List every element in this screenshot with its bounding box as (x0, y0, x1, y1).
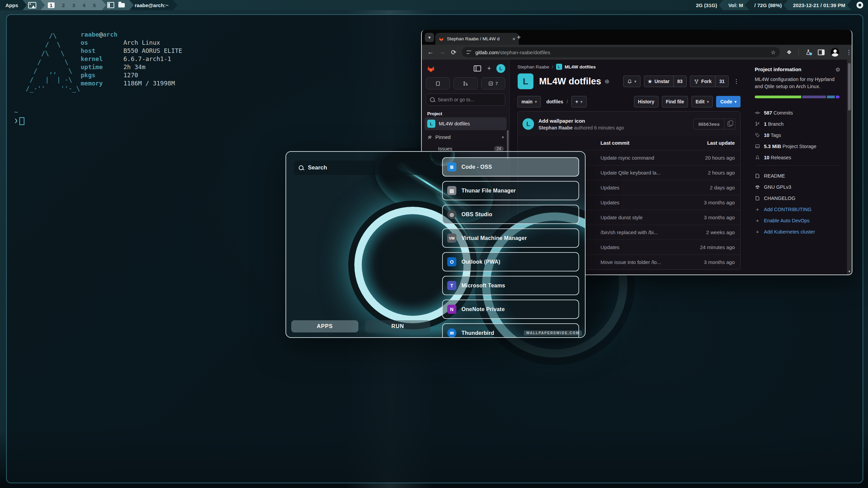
layout-buttons[interactable] (102, 0, 134, 10)
stat-storage[interactable]: 5.3 MiB Project Storage (755, 141, 840, 152)
back-icon[interactable]: ← (427, 48, 434, 56)
history-button[interactable]: History (634, 96, 658, 107)
forward-icon[interactable]: → (439, 48, 446, 56)
new-tab-button[interactable]: + (517, 33, 521, 41)
sidebar-todos-button[interactable]: 7 (481, 77, 505, 89)
browser-tab[interactable]: Stephan Raabe / ML4W d × (435, 33, 519, 45)
fork-icon (694, 79, 699, 84)
browser-menu-kebab-icon[interactable]: ⋮ (846, 49, 852, 56)
branch-selector[interactable]: main ▾ (517, 96, 541, 107)
create-new-icon[interactable]: + (487, 65, 491, 72)
stat-commits[interactable]: 587 Commits (755, 107, 840, 118)
find-file-button[interactable]: Find file (662, 96, 688, 107)
sidebar-merge-requests-button[interactable] (453, 77, 477, 89)
network-status[interactable]: 2G (31G) (686, 0, 723, 10)
gitlab-search-input[interactable]: Search or go to... (426, 94, 505, 106)
stat-branches[interactable]: 1 Branch (755, 118, 840, 129)
site-info-icon[interactable] (467, 50, 471, 54)
page-scrollbar[interactable]: ▾ (847, 60, 852, 274)
image-icon (28, 2, 36, 8)
gitlab-favicon (439, 37, 444, 41)
tag-icon (755, 133, 760, 138)
pinned-label: Pinned (435, 135, 451, 140)
unstar-button[interactable]: ★ Unstar 83 (644, 76, 687, 87)
issues-label: Issues (438, 146, 452, 151)
page-title: ML4W dotfiles (539, 76, 601, 87)
chevron-down-icon: ▾ (707, 100, 709, 104)
fork-button[interactable]: Fork 31 (690, 76, 729, 87)
workspace-5[interactable]: 5 (93, 2, 96, 8)
copy-sha-button[interactable] (724, 119, 735, 129)
fetch-row-host: hostB550 AORUS ELITE (81, 47, 182, 55)
branch-icon (755, 121, 760, 126)
language-segment (827, 96, 835, 98)
merge-request-icon (463, 81, 468, 86)
scrollbar-thumb[interactable] (848, 63, 851, 110)
launcher-item-code-oss[interactable]: ≣ Code - OSS (442, 157, 579, 177)
sidebar-item-pinned[interactable]: Pinned ▾ (425, 131, 507, 143)
power-button[interactable] (847, 0, 868, 10)
fork-count[interactable]: 31 (715, 76, 725, 87)
stat-releases[interactable]: 10 Releases (755, 152, 840, 163)
side-panel-icon[interactable] (818, 49, 825, 55)
user-project-avatar[interactable]: L (496, 64, 505, 73)
disk-status[interactable]: / 72G (88%) (745, 0, 788, 10)
language-bar[interactable] (755, 96, 840, 98)
breadcrumb-owner[interactable]: Stephan Raabe (517, 64, 549, 69)
tab-title: Stephan Raabe / ML4W d (447, 36, 509, 41)
last-commit-card[interactable]: L Add wallpaper icon Stephan Raabe autho… (517, 111, 741, 137)
launcher-tab-apps[interactable]: APPS (291, 320, 358, 332)
volume-status[interactable]: Vol: M (719, 0, 749, 10)
apps-menu-button[interactable]: Apps (0, 0, 27, 10)
workspace-2[interactable]: 2 (62, 2, 65, 8)
workspace-1[interactable]: 1 (48, 2, 55, 8)
sidebar-toggle-icon[interactable] (474, 65, 481, 72)
changelog-link[interactable]: CHANGELOG (755, 192, 840, 204)
reload-icon[interactable]: ⟳ (451, 48, 456, 56)
launcher-item-obs-studio[interactable]: ◎ OBS Studio (442, 205, 579, 224)
launcher-tab-run[interactable]: RUN (365, 320, 430, 332)
breadcrumb-project[interactable]: ML4W dotfiles (565, 64, 596, 69)
workspace-4[interactable]: 4 (83, 2, 85, 8)
sidebar-issues-button[interactable] (426, 77, 450, 89)
add-file-button[interactable]: + ▾ (571, 96, 587, 107)
enable-auto-devops-link[interactable]: + Enable Auto DevOps (755, 215, 840, 226)
launcher-item-virtual-machine-manager[interactable]: VM Virtual Machine Manager (442, 228, 579, 248)
license-link[interactable]: GNU GPLv3 (755, 181, 840, 192)
workspace-switcher[interactable]: 1 2 3 4 5 (41, 0, 106, 10)
launcher-search-input[interactable]: Search (294, 161, 441, 175)
project-menu-kebab-icon[interactable]: ⋮ (732, 78, 741, 85)
stat-tags[interactable]: 10 Tags (755, 129, 840, 141)
scrollbar-down-arrow[interactable]: ▾ (847, 269, 852, 273)
notifications-button[interactable]: ▾ (623, 76, 640, 87)
add-contributing-link[interactable]: + Add CONTRIBUTING (755, 204, 840, 215)
bookmark-star-icon[interactable]: ☆ (771, 49, 775, 56)
launcher-item-thunar[interactable]: ▤ Thunar File Manager (442, 181, 579, 200)
edit-button[interactable]: Edit ▾ (691, 96, 713, 107)
launcher-item-onenote[interactable]: N OneNote Private (442, 300, 579, 319)
tab-search-button[interactable]: ▾ (425, 33, 434, 42)
address-bar[interactable]: gitlab.com/stephan-raabe/dotfiles ☆ (462, 47, 780, 57)
clock[interactable]: 2023-12-21 / 01:39 PM (784, 0, 851, 10)
workspace-3[interactable]: 3 (72, 2, 75, 8)
commit-author[interactable]: Stephan Raabe (538, 125, 573, 130)
repo-path[interactable]: dotfiles (546, 99, 563, 104)
add-kubernetes-link[interactable]: + Add Kubernetes cluster (755, 226, 840, 237)
gear-icon[interactable]: ⚙ (835, 66, 840, 73)
profile-avatar[interactable] (831, 48, 839, 57)
shell-prompt[interactable]: ~ ❯ (14, 108, 24, 125)
commit-message[interactable]: Add wallpaper icon (538, 118, 624, 124)
readme-link[interactable]: README (755, 170, 840, 181)
launcher-item-teams[interactable]: T Microsoft Teams (442, 276, 579, 295)
chevron-down-icon: ▾ (535, 100, 537, 104)
tab-close-icon[interactable]: × (512, 36, 515, 42)
code-button[interactable]: Code ▾ (716, 96, 741, 107)
experiments-flask-icon[interactable] (806, 49, 811, 55)
star-count[interactable]: 83 (673, 76, 683, 87)
sidebar-item-project[interactable]: L ML4W dotfiles (425, 117, 507, 130)
extensions-icon[interactable]: ❖ (787, 49, 792, 56)
fetch-title: raabe@arch (81, 30, 182, 39)
col-last-commit: Last commit (600, 140, 677, 146)
app-launcher[interactable]: Search ≣ Code - OSS ▤ Thunar File Manage… (285, 151, 586, 338)
launcher-item-outlook[interactable]: O Outlook (PWA) (442, 252, 579, 271)
